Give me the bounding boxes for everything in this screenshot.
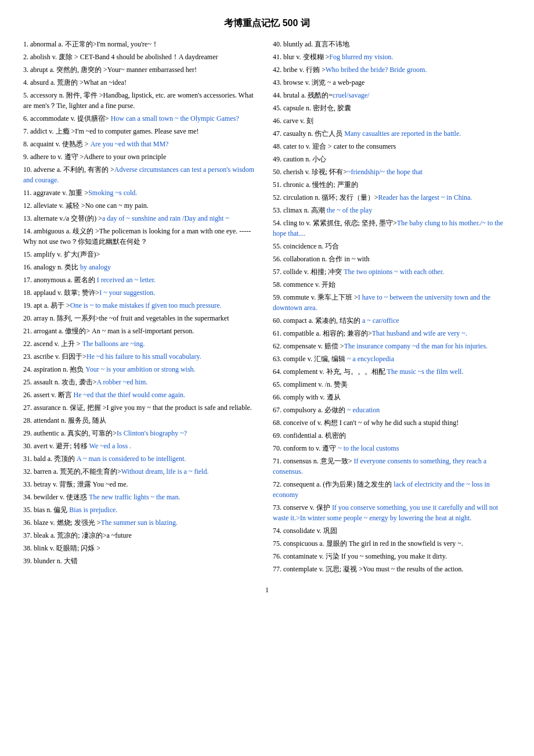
entry-text: blunder n. 大错 — [34, 557, 78, 565]
entry-number: 5. — [23, 91, 30, 99]
entry-text: assurance n. 保证, 把握 >I give you my ~ tha… — [34, 404, 252, 412]
entry-number: 13. — [23, 214, 34, 222]
list-item: 29. authentic a. 真实的, 可靠的>Is Clinton's b… — [23, 428, 261, 438]
entry-number: 30. — [23, 442, 34, 450]
entry-text-blue: a ~ car/office — [362, 316, 399, 325]
list-item: 67. compulsory a. 必做的 ~ education — [273, 405, 511, 415]
entry-number: 40. — [273, 40, 283, 48]
entry-text-blue: ~friendship/~ the hope that — [347, 168, 423, 176]
entry-text-before: conserve v. 保护 — [283, 503, 332, 512]
entry-text-before: cherish v. 珍视; 怀有> — [283, 168, 347, 176]
entry-text-before: acquaint v. 使熟悉 > — [30, 140, 91, 148]
list-item: 27. assurance n. 保证, 把握 >I give you my ~… — [23, 402, 261, 413]
entry-number: 61. — [273, 329, 283, 337]
entry-number: 37. — [23, 531, 34, 539]
entry-number: 25. — [23, 378, 34, 386]
list-item: 46. carve v. 刻 — [273, 116, 511, 126]
entry-number: 55. — [273, 242, 283, 250]
entry-number: 26. — [23, 391, 34, 399]
entry-text-before: conform to v. 遵守 — [283, 444, 338, 452]
entry-text-before: blaze v. 燃烧; 发强光 > — [34, 519, 101, 527]
entry-text-before: assert v. 断言 — [34, 391, 74, 399]
list-item: 54. cling to v. 紧紧抓住, 依恋; 坚持, 墨守>The bab… — [273, 218, 511, 239]
list-item: 16. analogy n. 类比 by analogy — [23, 262, 261, 272]
entry-text-blue: He ~d his failure to his small vocabular… — [86, 352, 201, 361]
entry-number: 70. — [273, 444, 283, 452]
entry-number: 53. — [273, 206, 283, 214]
entry-text-before: compact a. 紧凑的, 结实的 — [283, 316, 362, 325]
page-number: 1 — [23, 586, 511, 595]
entry-text-before: applaud v. 鼓掌; 赞许> — [34, 289, 99, 297]
entry-number: 12. — [23, 201, 34, 210]
entry-text: betray v. 背叛; 泄露 You ~ed me. — [34, 480, 128, 488]
list-item: 33. betray v. 背叛; 泄露 You ~ed me. — [23, 479, 261, 489]
entry-number: 31. — [23, 455, 34, 463]
entry-number: 45. — [273, 104, 283, 112]
list-item: 35. bias n. 偏见 Bias is prejudice. — [23, 505, 261, 515]
entry-text: abrupt a. 突然的, 唐突的 >Your~ manner embarra… — [30, 66, 197, 74]
entry-text-before: compile v. 汇编, 编辑 — [283, 355, 347, 363]
entry-text-blue: Are you ~ed with that MM? — [91, 140, 169, 148]
list-item: 26. assert v. 断言 He ~ed that the thief w… — [23, 390, 261, 400]
entry-number: 74. — [273, 527, 283, 535]
entry-text-blue: The summer sun is blazing. — [101, 519, 178, 527]
list-item: 41. blur v. 变模糊 >Fog blurred my vision. — [273, 52, 511, 62]
entry-number: 11. — [23, 189, 34, 197]
entry-text: attendant n. 服务员, 随从 — [34, 416, 106, 424]
entry-text-before: blur v. 变模糊 > — [283, 53, 329, 61]
entry-text: caution n. 小心 — [283, 155, 326, 163]
entry-number: 51. — [273, 181, 283, 189]
entry-number: 6. — [23, 114, 30, 123]
entry-number: 43. — [273, 78, 283, 87]
entry-text-before: alternate v./a 交替(的) > — [34, 214, 102, 222]
entry-text-blue: He ~ed that the thief would come again. — [74, 391, 185, 399]
entry-number: 24. — [23, 365, 34, 373]
list-item: 39. blunder n. 大错 — [23, 556, 261, 566]
entry-text-blue: ~ education — [347, 406, 380, 414]
entry-number: 41. — [273, 53, 283, 61]
entry-number: 62. — [273, 342, 283, 350]
entry-text-blue: I received an ~ letter. — [97, 276, 156, 284]
list-item: 38. blink v. 眨眼睛; 闪烁 > — [23, 543, 261, 553]
list-item: 32. barren a. 荒芜的,不能生育的>Without dream, l… — [23, 466, 261, 477]
entry-text: amplify v. 扩大(声音)> — [34, 250, 100, 258]
entry-number: 76. — [273, 552, 283, 560]
entry-text-blue: The two opinions ~ with each other. — [344, 268, 444, 276]
list-item: 43. browse v. 浏览 ~ a web-page — [273, 77, 511, 88]
entry-text-blue: The balloons are ~ing. — [82, 340, 145, 348]
entry-text-blue: Is Clinton's biography ~? — [117, 429, 187, 437]
entry-text-before: authentic a. 真实的, 可靠的> — [34, 429, 117, 437]
entry-text-before: climax n. 高潮 — [283, 206, 327, 214]
entry-text-before: barren a. 荒芜的,不能生育的> — [34, 467, 121, 476]
entry-number: 69. — [273, 431, 283, 440]
entry-text: abnormal a. 不正常的>I'm normal, you're~！ — [30, 40, 158, 48]
entry-text-before: commute v. 乘车上下班 > — [283, 293, 358, 301]
entry-text-before: compensate v. 赔偿 > — [283, 342, 344, 350]
entry-text-before: cling to v. 紧紧抓住, 依恋; 坚持, 墨守> — [283, 219, 397, 227]
entry-text: ambiguous a. 歧义的 >The policeman is looki… — [23, 227, 251, 246]
list-item: 21. arrogant a. 傲慢的> An ~ man is a self-… — [23, 326, 261, 336]
entry-number: 29. — [23, 429, 34, 437]
entry-text: blink v. 眨眼睛; 闪烁 > — [34, 544, 100, 552]
entry-text: abolish v. 废除 > CET-Band 4 should be abo… — [30, 53, 218, 61]
list-item: 4. absurd a. 荒唐的 >What an ~idea! — [23, 77, 261, 88]
entry-text-before: circulation n. 循环; 发行（量）> — [283, 193, 378, 201]
list-item: 30. avert v. 避开; 转移 We ~ed a loss . — [23, 441, 261, 451]
entry-text-before: compulsory a. 必做的 — [283, 406, 347, 414]
list-item: 44. brutal a. 残酷的=cruel/savage/ — [273, 90, 511, 100]
entry-number: 59. — [273, 293, 283, 301]
entry-text-before: analogy n. 类比 — [34, 263, 80, 271]
entry-number: 22. — [23, 340, 34, 348]
entry-number: 39. — [23, 557, 34, 565]
entry-number: 52. — [273, 193, 283, 201]
entry-number: 4. — [23, 78, 30, 87]
entry-number: 77. — [273, 565, 283, 573]
entry-text-blue: ~ a encyclopedia — [347, 355, 394, 363]
entry-text-blue: by analogy — [80, 263, 111, 271]
list-item: 1. abnormal a. 不正常的>I'm normal, you're~！ — [23, 39, 261, 49]
entry-text-before: apt a. 易于 > — [34, 301, 70, 309]
entry-number: 73. — [273, 503, 283, 512]
list-item: 11. aggravate v. 加重 >Smoking ~s cold. — [23, 188, 261, 198]
entry-text-before: consequent a. (作为后果) 随之发生的 — [283, 480, 394, 488]
entry-text-blue: A ~ man is considered to be intelligent. — [77, 455, 186, 463]
